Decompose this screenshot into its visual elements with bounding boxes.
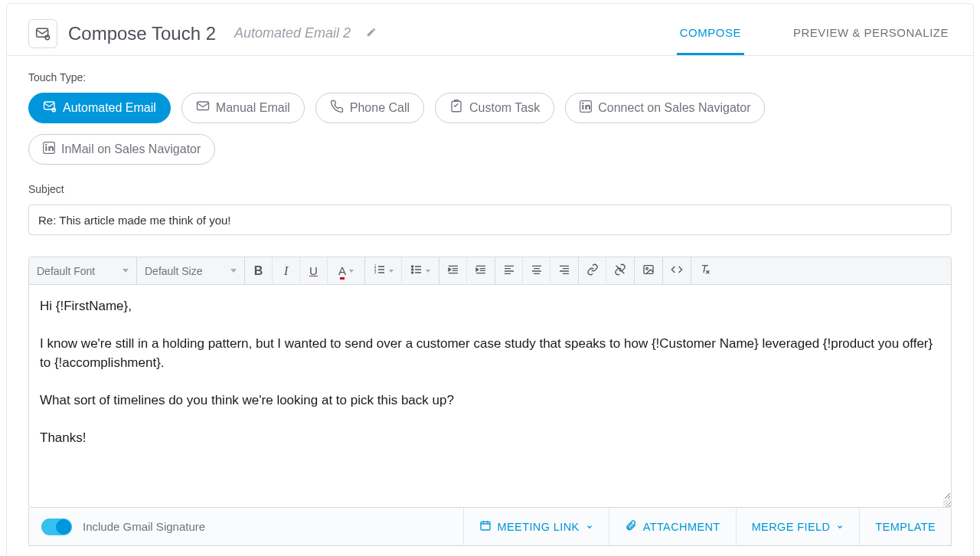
font-family-label: Default Font <box>37 265 95 277</box>
italic-button[interactable]: I <box>273 257 300 285</box>
underline-icon: U <box>309 264 318 277</box>
attachment-icon <box>625 519 637 534</box>
font-size-label: Default Size <box>145 265 202 277</box>
touch-type-custom-task[interactable]: Custom Task <box>435 93 554 123</box>
button-label: MEETING LINK <box>498 521 580 533</box>
align-left-icon <box>503 263 515 278</box>
gmail-signature-toggle[interactable] <box>41 518 72 535</box>
code-view-button[interactable] <box>663 257 691 285</box>
panel-header: Compose Touch 2 Automated Email 2 COMPOS… <box>7 4 973 56</box>
template-button[interactable]: TEMPLATE <box>859 508 951 545</box>
meeting-link-button[interactable]: MEETING LINK <box>463 508 609 545</box>
touch-type-manual-email[interactable]: Manual Email <box>181 93 305 123</box>
phone-icon <box>330 100 344 116</box>
resize-handle-icon[interactable] <box>29 499 951 507</box>
bold-button[interactable]: B <box>245 257 273 285</box>
editor: Default Font Default Size B I U A <box>28 257 952 508</box>
email-automated-icon <box>43 100 57 116</box>
svg-text:3: 3 <box>374 270 376 274</box>
attachment-button[interactable]: ATTACHMENT <box>609 508 736 545</box>
tab-preview-personalize[interactable]: PREVIEW & PERSONALIZE <box>790 26 952 55</box>
chevron-down-icon <box>349 270 354 273</box>
merge-field-button[interactable]: MERGE FIELD <box>736 508 860 545</box>
touch-type-inmail-nav[interactable]: InMail on Sales Navigator <box>28 134 215 165</box>
svg-rect-20 <box>481 522 490 530</box>
italic-icon: I <box>284 263 289 279</box>
ordered-list-icon: 123 <box>374 263 386 278</box>
pill-label: InMail on Sales Navigator <box>61 142 201 156</box>
bold-icon: B <box>254 264 263 278</box>
chevron-down-icon <box>230 269 237 273</box>
unlink-button[interactable] <box>606 257 634 285</box>
text-color-button[interactable]: A <box>328 257 364 285</box>
button-label: MERGE FIELD <box>752 521 831 533</box>
svg-point-19 <box>646 267 648 270</box>
align-right-button[interactable] <box>550 257 578 285</box>
align-left-button[interactable] <box>495 257 523 285</box>
subject-label: Subject <box>28 183 952 195</box>
image-icon <box>642 263 655 278</box>
clear-format-icon <box>699 263 711 278</box>
align-center-button[interactable] <box>523 257 550 285</box>
chevron-down-icon <box>836 521 844 533</box>
pill-label: Manual Email <box>216 101 290 115</box>
indent-button[interactable] <box>467 257 495 285</box>
gmail-signature-label: Include Gmail Signature <box>83 520 205 533</box>
email-settings-icon <box>28 19 57 48</box>
link-icon <box>586 263 599 278</box>
editor-footer: Include Gmail Signature MEETING LINK ATT… <box>28 508 952 546</box>
calendar-icon <box>479 519 492 534</box>
ordered-list-button[interactable]: 123 <box>365 257 402 285</box>
page-title: Compose Touch 2 <box>68 23 216 44</box>
touch-type-automated-email[interactable]: Automated Email <box>28 93 171 123</box>
email-icon <box>196 100 210 116</box>
svg-point-15 <box>412 266 413 267</box>
svg-point-16 <box>412 269 413 270</box>
pill-label: Phone Call <box>350 101 410 115</box>
chevron-down-icon <box>122 269 129 273</box>
edit-name-icon[interactable] <box>366 27 377 40</box>
tabs: COMPOSE PREVIEW & PERSONALIZE <box>677 11 952 55</box>
header-title-group: Compose Touch 2 Automated Email 2 <box>28 19 377 48</box>
align-center-icon <box>531 263 543 278</box>
email-body-editor[interactable]: Hi {!FirstName}, I know we're still in a… <box>29 285 951 499</box>
tab-compose[interactable]: COMPOSE <box>677 26 744 55</box>
touch-type-label: Touch Type: <box>28 71 952 83</box>
linkedin-icon <box>43 142 55 157</box>
toggle-knob-icon <box>56 519 71 535</box>
chevron-down-icon <box>426 270 430 273</box>
unlink-icon <box>614 263 626 278</box>
outdent-button[interactable] <box>439 257 467 285</box>
svg-rect-10 <box>45 146 47 151</box>
linkedin-icon <box>580 100 592 116</box>
button-label: TEMPLATE <box>875 521 936 533</box>
touch-type-connect-nav[interactable]: Connect on Sales Navigator <box>565 93 765 123</box>
unordered-list-button[interactable] <box>402 257 439 285</box>
clear-formatting-button[interactable] <box>691 257 719 285</box>
underline-button[interactable]: U <box>300 257 328 285</box>
insert-image-button[interactable] <box>635 257 662 285</box>
svg-rect-5 <box>452 101 461 112</box>
insert-link-button[interactable] <box>579 257 606 285</box>
outdent-icon <box>447 263 459 278</box>
svg-point-17 <box>412 272 413 273</box>
touch-type-phone-call[interactable]: Phone Call <box>315 93 424 123</box>
svg-rect-7 <box>583 105 584 110</box>
panel-body: Touch Type: Automated Email Manual Email… <box>7 56 973 556</box>
unordered-list-icon <box>410 263 423 278</box>
svg-rect-4 <box>197 102 208 110</box>
button-label: ATTACHMENT <box>643 521 720 533</box>
chevron-down-icon <box>586 521 593 533</box>
code-icon <box>671 263 683 278</box>
pill-label: Connect on Sales Navigator <box>598 101 750 115</box>
editor-toolbar: Default Font Default Size B I U A <box>29 257 951 285</box>
subject-input[interactable] <box>28 204 952 235</box>
font-size-select[interactable]: Default Size <box>137 265 244 277</box>
font-family-select[interactable]: Default Font <box>29 265 136 277</box>
pill-label: Automated Email <box>63 101 156 115</box>
text-color-icon: A <box>338 264 346 277</box>
indent-icon <box>475 263 487 278</box>
svg-rect-18 <box>644 266 653 274</box>
task-icon <box>449 100 463 116</box>
compose-touch-panel: Compose Touch 2 Automated Email 2 COMPOS… <box>6 3 974 556</box>
